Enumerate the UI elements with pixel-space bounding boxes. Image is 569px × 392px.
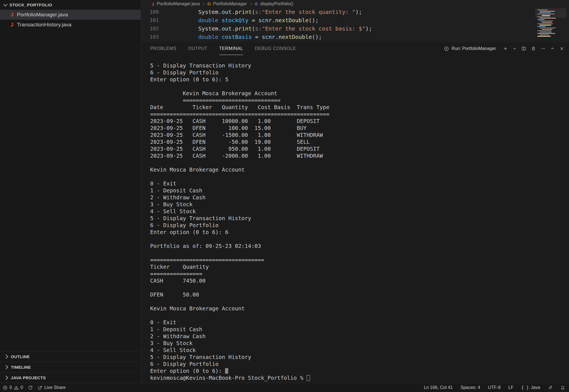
sidebar-bottom-sections: OUTLINE TIMELINE JAVA PROJECTS [0,351,141,383]
terminal-block-cursor [225,368,228,374]
java-server-mode[interactable] [548,385,553,390]
section-label: JAVA PROJECTS [11,375,46,380]
bottom-panel: PROBLEMS OUTPUT TERMINAL DEBUG CONSOLE R… [141,42,569,383]
language-status[interactable]: { } Java [521,385,540,390]
chevron-right-icon [4,376,8,380]
editor-group: J PortfolioManager.java PortfolioManager… [141,0,569,383]
cursor-position[interactable]: Ln 166, Col 41 [424,385,453,390]
close-icon[interactable] [560,46,564,51]
terminal-hollow-cursor [307,375,310,381]
panel-header: PROBLEMS OUTPUT TERMINAL DEBUG CONSOLE R… [141,42,569,55]
chevron-down-icon [3,2,8,7]
rocket-icon [548,385,553,390]
error-count: 0 [9,385,12,390]
section-label: OUTLINE [11,354,30,359]
code-editor[interactable]: 100 System.out.print(s:"Enter the stock … [141,8,569,42]
breadcrumb-method[interactable]: displayPortfolio() [260,1,293,6]
terminal-input-line: Enter option (0 to 6): [150,368,225,374]
section-timeline[interactable]: TIMELINE [0,362,141,372]
more-actions-ellipsis-icon[interactable] [541,46,546,51]
bell-icon [560,385,565,390]
chevron-right-icon [4,365,8,370]
file-item-transactionhistory[interactable]: J TransactionHistory.java [0,20,141,30]
tab-debug-console[interactable]: DEBUG CONSOLE [255,42,296,55]
chevron-right-icon [4,355,8,359]
java-file-icon: J [10,12,14,18]
section-java-projects[interactable]: JAVA PROJECTS [0,372,141,383]
class-icon [207,2,211,6]
notifications[interactable] [560,385,565,390]
panel-actions: Run: PortfolioManager [444,42,564,55]
split-terminal-icon[interactable] [521,46,526,51]
live-share-icon [38,385,42,390]
sync-status[interactable] [28,385,33,390]
run-task-label: Run: PortfolioManager [452,46,496,51]
tab-problems[interactable]: PROBLEMS [150,42,177,55]
terminal-task-selector[interactable]: Run: PortfolioManager [444,46,496,51]
terminal-shell-line: kevinmosca@Kevins-MacBook-Pro Stock_Port… [150,375,307,381]
new-terminal-plus-icon[interactable] [503,46,508,51]
vscode-window: STOCK_PORTFOLIO J PortfolioManager.java … [0,0,569,392]
method-icon [254,2,258,6]
folder-name: STOCK_PORTFOLIO [9,2,52,7]
play-circle-icon [444,46,449,51]
chevron-right-icon [249,2,252,5]
chevron-down-icon[interactable] [513,47,517,51]
breadcrumb: J PortfolioManager.java PortfolioManager… [141,0,569,8]
status-right: Ln 166, Col 41 Spaces: 4 UTF-8 LF { } Ja… [424,385,565,390]
tab-output[interactable]: OUTPUT [188,42,208,55]
trash-icon[interactable] [531,46,536,51]
indentation-status[interactable]: Spaces: 4 [460,385,480,390]
file-list: J PortfolioManager.java J TransactionHis… [0,10,141,30]
file-name: PortfolioManager.java [17,12,68,18]
status-bar: 0 0 Live Share Ln 166, Col 41 Spaces: 4 [0,383,569,392]
file-item-portfoliomanager[interactable]: J PortfolioManager.java [0,10,141,20]
section-outline[interactable]: OUTLINE [0,351,141,362]
eol-status[interactable]: LF [508,385,513,390]
status-left: 0 0 Live Share [3,385,66,390]
tab-terminal[interactable]: TERMINAL [219,42,243,55]
terminal-lines: 5 - Display Transaction History 6 - Disp… [150,62,329,367]
chevron-up-icon[interactable] [550,46,555,51]
breadcrumb-class[interactable]: PortfolioManager [213,1,247,6]
sync-icon [28,385,33,390]
live-share-status[interactable]: Live Share [38,385,66,390]
java-file-icon: J [10,22,14,28]
warning-icon [14,385,19,390]
panel-tabs: PROBLEMS OUTPUT TERMINAL DEBUG CONSOLE [150,42,296,55]
chevron-right-icon [202,2,205,5]
breadcrumb-file[interactable]: PortfolioManager.java [157,1,200,6]
workbench: STOCK_PORTFOLIO J PortfolioManager.java … [0,0,569,383]
explorer-folder-header[interactable]: STOCK_PORTFOLIO [0,0,141,10]
braces-icon: { } [521,385,529,390]
error-icon [3,385,7,390]
explorer-sidebar: STOCK_PORTFOLIO J PortfolioManager.java … [0,0,141,383]
terminal-output[interactable]: 5 - Display Transaction History 6 - Disp… [150,62,569,381]
language-label: Java [531,385,540,390]
terminal[interactable]: 5 - Display Transaction History 6 - Disp… [141,55,569,383]
code-lines: 100 System.out.print(s:"Enter the stock … [141,8,569,41]
encoding-status[interactable]: UTF-8 [488,385,500,390]
minimap[interactable] [535,8,566,42]
section-label: TIMELINE [11,365,31,370]
warning-count: 0 [21,385,23,390]
file-name: TransactionHistory.java [17,22,71,28]
live-share-label: Live Share [44,385,66,390]
java-file-icon: J [151,2,155,6]
problems-status[interactable]: 0 0 [3,385,23,390]
